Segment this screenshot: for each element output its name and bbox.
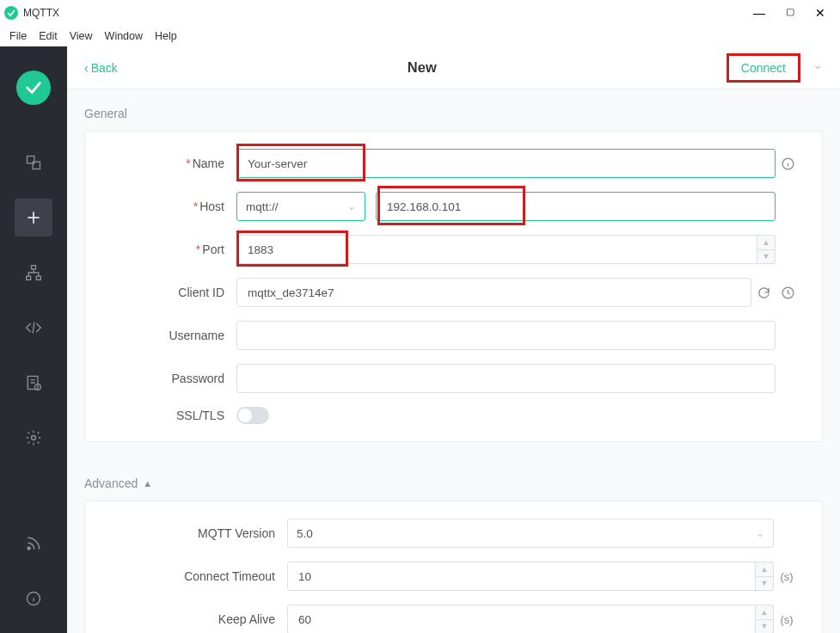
timeout-stepper[interactable]: ▲▼	[755, 562, 774, 591]
label-ssl: SSL/TLS	[176, 409, 224, 422]
host-input[interactable]	[376, 192, 776, 221]
back-label: Back	[91, 61, 118, 75]
password-input[interactable]	[236, 364, 776, 393]
app-logo-icon	[4, 6, 18, 20]
menu-bar: File Edit View Window Help	[0, 26, 840, 46]
version-value: 5.0	[297, 527, 313, 540]
scheme-value: mqtt://	[246, 200, 279, 213]
menu-help[interactable]: Help	[150, 28, 182, 44]
advanced-label: Advanced	[84, 476, 138, 490]
section-general-title: General	[67, 89, 840, 131]
menu-window[interactable]: Window	[100, 28, 148, 44]
scheme-select[interactable]: mqtt:// ⌄	[236, 192, 365, 221]
keepalive-input[interactable]	[287, 605, 774, 633]
label-password: Password	[172, 372, 224, 385]
keepalive-stepper[interactable]: ▲▼	[755, 605, 774, 633]
advanced-form: MQTT Version 5.0 ⌄ Connect Timeout ▲▼	[84, 501, 823, 633]
sidebar-item-feed[interactable]	[15, 525, 52, 562]
label-port: Port	[202, 243, 224, 256]
sidebar	[0, 46, 67, 633]
timeout-input[interactable]	[287, 562, 774, 591]
label-version: MQTT Version	[198, 526, 275, 540]
title-bar: MQTTX — ▢ ✕	[0, 0, 840, 26]
svg-rect-3	[27, 276, 31, 280]
label-username: Username	[169, 329, 224, 342]
app-logo-icon	[16, 71, 51, 105]
close-window-button[interactable]: ✕	[815, 7, 825, 19]
port-input[interactable]	[236, 235, 776, 264]
svg-point-7	[32, 436, 36, 440]
label-host: Host	[199, 200, 224, 213]
connect-dropdown-icon[interactable]	[812, 60, 823, 76]
svg-rect-2	[32, 266, 36, 269]
window-title: MQTTX	[23, 7, 59, 19]
sidebar-item-settings[interactable]	[15, 419, 52, 457]
clientid-input[interactable]	[236, 278, 751, 307]
back-button[interactable]: ‹ Back	[84, 61, 118, 75]
label-keepalive: Keep Alive	[218, 612, 275, 626]
svg-point-8	[28, 547, 30, 550]
general-form: *Name *Host mqtt:// ⌄	[84, 131, 823, 442]
chevron-left-icon: ‹	[84, 61, 89, 75]
info-icon[interactable]	[776, 151, 800, 175]
page-title: New	[118, 59, 727, 76]
sidebar-item-connections[interactable]	[15, 144, 52, 181]
sidebar-item-log[interactable]	[15, 364, 52, 402]
section-advanced-title[interactable]: Advanced ▲	[67, 459, 840, 501]
chevron-down-icon: ⌄	[347, 200, 356, 212]
unit-seconds: (s)	[774, 613, 800, 626]
maximize-button[interactable]: ▢	[786, 7, 794, 19]
port-stepper[interactable]: ▲▼	[757, 235, 776, 264]
connect-button[interactable]: Connect	[729, 56, 798, 80]
sidebar-item-new[interactable]	[15, 199, 52, 237]
refresh-icon[interactable]	[751, 280, 776, 304]
version-select[interactable]: 5.0 ⌄	[287, 519, 774, 548]
name-input[interactable]	[236, 149, 776, 178]
sidebar-item-tree[interactable]	[15, 254, 52, 292]
label-name: Name	[193, 157, 224, 170]
top-bar: ‹ Back New Connect	[67, 46, 840, 89]
minimize-button[interactable]: —	[753, 7, 765, 19]
chevron-down-icon: ⌄	[756, 527, 764, 539]
clock-icon[interactable]	[776, 280, 800, 304]
svg-rect-4	[36, 276, 40, 280]
sidebar-item-info[interactable]	[15, 580, 52, 618]
sidebar-item-script[interactable]	[15, 309, 52, 347]
caret-up-icon: ▲	[143, 478, 152, 489]
menu-edit[interactable]: Edit	[34, 28, 63, 44]
label-timeout: Connect Timeout	[184, 569, 275, 583]
menu-view[interactable]: View	[64, 28, 98, 44]
username-input[interactable]	[236, 321, 776, 350]
label-clientid: Client ID	[178, 286, 224, 299]
ssl-toggle[interactable]	[236, 407, 269, 424]
unit-seconds: (s)	[774, 570, 800, 583]
menu-file[interactable]: File	[4, 28, 32, 44]
